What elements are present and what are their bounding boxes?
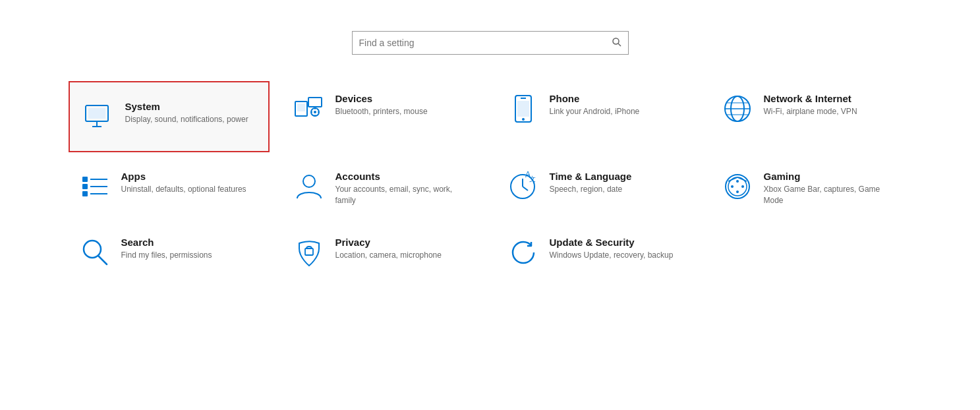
- svg-point-42: [736, 180, 739, 183]
- setting-title-search: Search: [121, 237, 212, 248]
- update-icon: [507, 237, 539, 268]
- setting-desc-search: Find my files, permissions: [121, 250, 212, 261]
- setting-text-network: Network & Internet Wi-Fi, airplane mode,…: [764, 93, 857, 117]
- svg-rect-5: [88, 108, 105, 119]
- svg-line-45: [98, 256, 107, 264]
- setting-title-time: Time & Language: [550, 171, 632, 182]
- svg-rect-18: [517, 101, 529, 117]
- setting-desc-devices: Bluetooth, printers, mouse: [335, 106, 428, 117]
- setting-desc-time: Speech, region, date: [550, 184, 632, 195]
- gaming-icon: [722, 171, 753, 202]
- setting-text-gaming: Gaming Xbox Game Bar, captures, Game Mod…: [764, 171, 902, 206]
- settings-grid: System Display, sound, notifications, po…: [29, 81, 952, 280]
- setting-text-privacy: Privacy Location, camera, microphone: [335, 237, 442, 261]
- svg-point-0: [613, 38, 619, 44]
- svg-text:文: 文: [529, 175, 536, 183]
- setting-item-privacy[interactable]: Privacy Location, camera, microphone: [283, 225, 484, 280]
- setting-text-time: Time & Language Speech, region, date: [550, 171, 632, 195]
- setting-desc-accounts: Your accounts, email, sync, work, family: [335, 184, 473, 206]
- apps-icon: [79, 171, 111, 202]
- setting-desc-gaming: Xbox Game Bar, captures, Game Mode: [764, 184, 902, 206]
- setting-title-system: System: [125, 101, 248, 112]
- svg-point-17: [522, 118, 525, 121]
- setting-title-devices: Devices: [335, 93, 428, 104]
- setting-text-apps: Apps Uninstall, defaults, optional featu…: [121, 171, 246, 195]
- svg-point-43: [736, 190, 739, 193]
- setting-item-time[interactable]: A 文 Time & Language Speech, region, date: [497, 159, 698, 218]
- setting-item-search[interactable]: Search Find my files, permissions: [69, 225, 270, 280]
- setting-item-network[interactable]: Network & Internet Wi-Fi, airplane mode,…: [711, 81, 912, 152]
- setting-item-gaming[interactable]: Gaming Xbox Game Bar, captures, Game Mod…: [711, 159, 912, 218]
- setting-text-devices: Devices Bluetooth, printers, mouse: [335, 93, 428, 117]
- network-icon: [722, 93, 753, 125]
- setting-desc-update: Windows Update, recovery, backup: [550, 250, 674, 261]
- time-icon: A 文: [507, 171, 539, 202]
- setting-desc-apps: Uninstall, defaults, optional features: [121, 184, 246, 195]
- svg-rect-8: [308, 98, 322, 107]
- svg-point-10: [314, 111, 316, 113]
- phone-icon: [507, 93, 539, 125]
- search-box[interactable]: [352, 31, 629, 55]
- setting-title-update: Update & Security: [550, 237, 674, 248]
- svg-point-40: [731, 185, 734, 188]
- setting-desc-system: Display, sound, notifications, power: [125, 114, 248, 125]
- setting-item-phone[interactable]: Phone Link your Android, iPhone: [497, 81, 698, 152]
- setting-item-system[interactable]: System Display, sound, notifications, po…: [69, 81, 270, 152]
- setting-text-update: Update & Security Windows Update, recove…: [550, 237, 674, 261]
- svg-point-41: [741, 185, 744, 188]
- svg-point-36: [726, 175, 749, 198]
- setting-title-network: Network & Internet: [764, 93, 857, 104]
- setting-title-privacy: Privacy: [335, 237, 442, 248]
- setting-text-accounts: Accounts Your accounts, email, sync, wor…: [335, 171, 473, 206]
- svg-line-1: [618, 44, 621, 46]
- setting-text-system: System Display, sound, notifications, po…: [125, 101, 248, 125]
- setting-title-phone: Phone: [550, 93, 640, 104]
- setting-title-gaming: Gaming: [764, 171, 902, 182]
- search-icon: [79, 237, 111, 268]
- setting-title-apps: Apps: [121, 171, 246, 182]
- svg-rect-7: [297, 103, 305, 111]
- privacy-icon: [293, 237, 325, 268]
- svg-rect-46: [305, 249, 313, 255]
- setting-item-devices[interactable]: Devices Bluetooth, printers, mouse: [283, 81, 484, 152]
- svg-point-30: [303, 175, 315, 187]
- search-input[interactable]: [359, 38, 612, 48]
- setting-desc-network: Wi-Fi, airplane mode, VPN: [764, 106, 857, 117]
- setting-text-phone: Phone Link your Android, iPhone: [550, 93, 640, 117]
- setting-text-search: Search Find my files, permissions: [121, 237, 212, 261]
- setting-title-accounts: Accounts: [335, 171, 473, 182]
- setting-desc-phone: Link your Android, iPhone: [550, 106, 640, 117]
- setting-item-accounts[interactable]: Accounts Your accounts, email, sync, wor…: [283, 159, 484, 218]
- system-icon: [83, 101, 115, 132]
- devices-icon: [293, 93, 325, 125]
- setting-desc-privacy: Location, camera, microphone: [335, 250, 442, 261]
- svg-rect-25: [82, 184, 88, 189]
- setting-item-update[interactable]: Update & Security Windows Update, recove…: [497, 225, 698, 280]
- svg-rect-26: [82, 191, 88, 196]
- svg-line-33: [523, 187, 528, 190]
- search-icon: [612, 38, 621, 49]
- accounts-icon: [293, 171, 325, 202]
- setting-item-apps[interactable]: Apps Uninstall, defaults, optional featu…: [69, 159, 270, 218]
- svg-rect-24: [82, 177, 88, 182]
